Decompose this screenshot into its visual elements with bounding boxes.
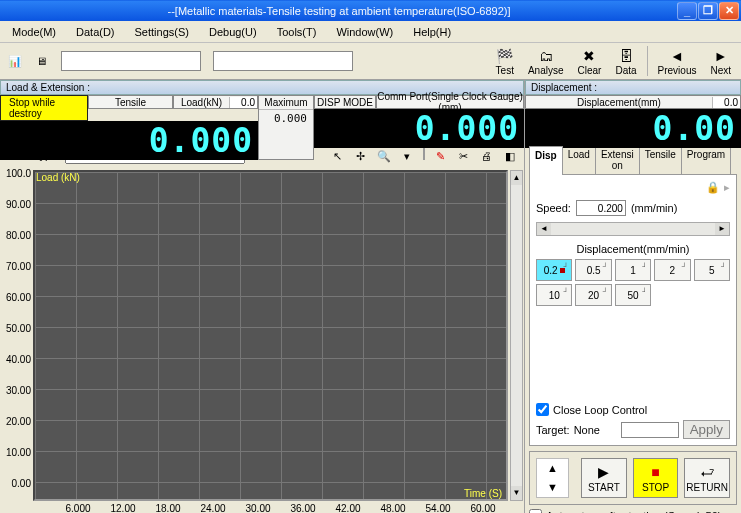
dropdown-icon[interactable]: ▾ xyxy=(398,148,416,166)
chart-icon[interactable]: ◧ xyxy=(501,148,519,166)
start-button[interactable]: ▶START xyxy=(581,458,627,498)
pin-corner-icon: ┘ xyxy=(563,263,568,270)
speed-preset-1[interactable]: 1┘ xyxy=(615,259,651,281)
jog-up-icon[interactable]: ▲ xyxy=(537,459,568,478)
target-value: None xyxy=(574,424,617,436)
stop-button[interactable]: ■STOP xyxy=(633,458,679,498)
clear-button[interactable]: ✖Clear xyxy=(571,44,609,78)
flag-icon: 🏁 xyxy=(496,47,514,65)
analyse-button[interactable]: 🗂Analyse xyxy=(521,44,571,78)
print-button[interactable]: 🖨 xyxy=(478,147,496,165)
jog-down-icon[interactable]: ▼ xyxy=(537,478,568,497)
menu-bar: Mode(M) Data(D) Settings(S) Debug(U) Too… xyxy=(0,21,741,43)
menu-debug[interactable]: Debug(U) xyxy=(199,24,267,40)
max-value: 0.000 xyxy=(259,110,313,127)
extension-lcd: 0.000 xyxy=(314,109,524,148)
next-button[interactable]: ►Next xyxy=(703,44,738,78)
speed-grid: 0.2┘0.5┘1┘2┘5┘10┘20┘50┘ xyxy=(536,259,730,306)
apply-button[interactable]: Apply xyxy=(683,420,730,439)
speed-label: Speed: xyxy=(536,202,571,214)
cut-tool[interactable]: ✂ xyxy=(455,148,473,166)
speed-preset-0.5[interactable]: 0.5┘ xyxy=(575,259,611,281)
menu-window[interactable]: Window(W) xyxy=(326,24,403,40)
pin-corner-icon: ┘ xyxy=(721,263,726,270)
displacement-lcd: 0.00 xyxy=(525,109,741,148)
menu-help[interactable]: Help(H) xyxy=(403,24,461,40)
start-icon: ▶ xyxy=(598,464,609,480)
auto-return-label: Auto return after testing (Speed: 50) xyxy=(546,510,722,514)
test-button[interactable]: 🏁Test xyxy=(489,44,521,78)
monitor-icon[interactable]: 🖥 xyxy=(29,49,53,73)
zoom-tool[interactable]: 🔍 xyxy=(375,148,393,166)
y-tick: 0.00 xyxy=(12,478,31,489)
x-tick: 36.00 xyxy=(290,503,315,513)
y-tick: 10.00 xyxy=(6,447,31,458)
return-icon: ⮐ xyxy=(700,464,714,480)
data-button[interactable]: 🗄Data xyxy=(608,44,643,78)
play-small-icon[interactable]: ▸ xyxy=(724,181,730,194)
pin-corner-icon: ┘ xyxy=(682,263,687,270)
auto-return-checkbox[interactable] xyxy=(529,509,542,513)
tab-program[interactable]: Program xyxy=(681,145,731,174)
x-tick: 42.00 xyxy=(335,503,360,513)
maximize-button[interactable]: ❐ xyxy=(698,2,718,20)
menu-data[interactable]: Data(D) xyxy=(66,24,125,40)
target-input[interactable] xyxy=(621,422,679,438)
minimize-button[interactable]: _ xyxy=(677,2,697,20)
control-tabs: Disp Load Extensi on Tensile Program xyxy=(529,145,737,175)
lock-icon[interactable]: 🔒 xyxy=(706,181,720,194)
x-tick: 60.00 xyxy=(470,503,495,513)
previous-button[interactable]: ◄Previous xyxy=(651,44,704,78)
tab-tensile[interactable]: Tensile xyxy=(639,145,682,174)
x-tick: 30.00 xyxy=(245,503,270,513)
plot-container: Load (kN) Time (S) 100.090.0080.0070.006… xyxy=(0,168,524,514)
toolbar-separator xyxy=(647,46,648,76)
displacement-readout: 0.0 xyxy=(712,97,740,108)
close-loop-checkbox[interactable] xyxy=(536,403,549,416)
target-label: Target: xyxy=(536,424,570,436)
pen-tool[interactable]: ✎ xyxy=(432,148,450,166)
pin-corner-icon: ┘ xyxy=(642,288,647,295)
speed-grid-title: Displacement(mm/min) xyxy=(536,243,730,255)
menu-mode[interactable]: Mode(M) xyxy=(2,24,66,40)
toolbar-field-1[interactable] xyxy=(61,51,201,71)
clear-icon: ✖ xyxy=(580,47,598,65)
pin-corner-icon: ┘ xyxy=(642,263,647,270)
analyse-icon: 🗂 xyxy=(537,47,555,65)
title-bar: --[Metallic materials-Tensile testing at… xyxy=(0,0,741,21)
menu-settings[interactable]: Settings(S) xyxy=(125,24,199,40)
y-axis-ticks: 100.090.0080.0070.0060.0050.0040.0030.00… xyxy=(0,168,33,502)
y-tick: 70.00 xyxy=(6,261,31,272)
tab-load[interactable]: Load xyxy=(562,145,596,174)
speed-preset-0.2[interactable]: 0.2┘ xyxy=(536,259,572,281)
speed-unit: (mm/min) xyxy=(631,202,677,214)
tab-extension[interactable]: Extensi on xyxy=(595,145,640,174)
speed-scrollbar[interactable]: ◄► xyxy=(536,222,730,236)
plot-vscroll[interactable]: ▲▼ xyxy=(510,170,523,502)
close-button[interactable]: ✕ xyxy=(719,2,739,20)
menu-tools[interactable]: Tools(T) xyxy=(267,24,327,40)
dispmode-label: DISP MODE xyxy=(315,97,375,108)
return-button[interactable]: ⮐RETURN xyxy=(684,458,730,498)
plot-area[interactable] xyxy=(33,170,508,502)
speed-preset-10[interactable]: 10┘ xyxy=(536,284,572,306)
pointer-tool[interactable]: ↖ xyxy=(329,148,347,166)
tab-disp[interactable]: Disp xyxy=(529,146,563,175)
speed-preset-20[interactable]: 20┘ xyxy=(575,284,611,306)
y-tick: 80.00 xyxy=(6,230,31,241)
speed-preset-50[interactable]: 50┘ xyxy=(615,284,651,306)
crosshair-tool[interactable]: ✢ xyxy=(352,148,370,166)
speed-input[interactable] xyxy=(576,200,626,216)
stop-while-destroy-button[interactable]: Stop while destroy xyxy=(0,95,88,121)
speed-preset-5[interactable]: 5┘ xyxy=(694,259,730,281)
speed-preset-2[interactable]: 2┘ xyxy=(654,259,690,281)
jog-buttons[interactable]: ▲▼ xyxy=(536,458,569,498)
data-icon: 🗄 xyxy=(617,47,635,65)
tensile-label: Tensile xyxy=(89,97,172,108)
close-loop-label: Close Loop Control xyxy=(553,404,647,416)
load-readout: 0.0 xyxy=(229,97,257,108)
toolbar-field-2[interactable] xyxy=(213,51,353,71)
max-title: Maximum xyxy=(259,96,313,110)
displacement-label: Displacement(mm) xyxy=(526,97,712,108)
stop-icon: ■ xyxy=(651,464,659,480)
